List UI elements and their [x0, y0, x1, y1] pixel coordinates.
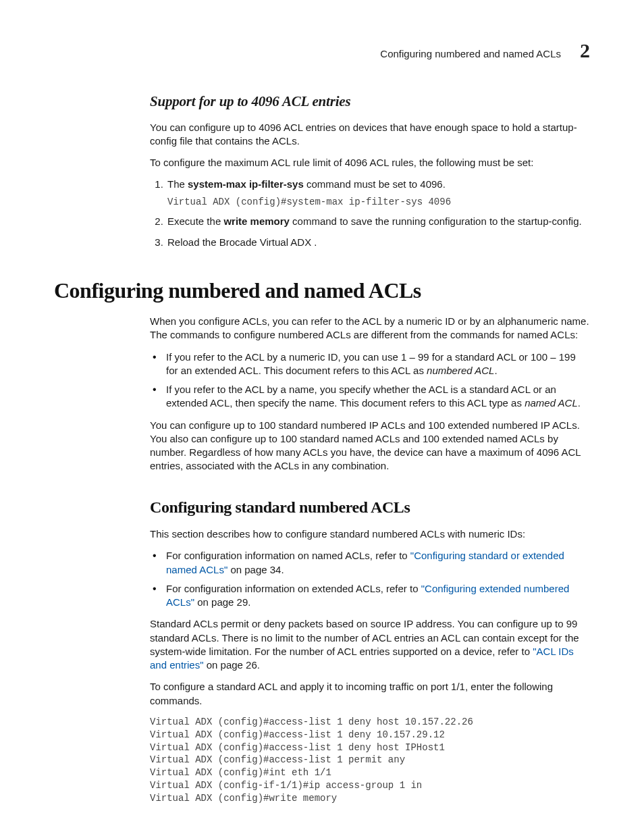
para: You can configure up to 4096 ACL entries…: [150, 121, 590, 149]
command-name: system-max ip-filter-sys: [188, 178, 304, 190]
command-name: write memory: [223, 215, 290, 227]
list-item: If you refer to the ACL by a name, you s…: [166, 383, 590, 411]
para: Standard ACLs permit or deny packets bas…: [150, 617, 590, 672]
para: When you configure ACLs, you can refer t…: [150, 315, 590, 342]
text: If you refer to the ACL by a name, you s…: [166, 384, 556, 409]
italic-term: numbered ACL: [427, 365, 494, 376]
text: If you refer to the ACL by a numeric ID,…: [166, 351, 576, 376]
italic-term: named ACL: [525, 397, 578, 409]
text: command to save the running configuratio…: [290, 215, 582, 227]
text: command must be set to 4096.: [304, 178, 446, 190]
text: The: [167, 178, 188, 190]
list-item: Execute the write memory command to save…: [166, 215, 590, 228]
text: on page 29.: [194, 596, 250, 608]
bullet-list: For configuration information on named A…: [150, 549, 590, 609]
chapter-number: 2: [580, 41, 590, 61]
para: This section describes how to configure …: [150, 527, 590, 541]
list-item: The system-max ip-filter-sys command mus…: [166, 178, 590, 208]
text: Standard ACLs permit or deny packets bas…: [150, 618, 579, 657]
text: For configuration information on extende…: [166, 583, 421, 594]
ordered-steps: The system-max ip-filter-sys command mus…: [150, 178, 590, 249]
para: To configure the maximum ACL rule limit …: [150, 156, 590, 170]
running-header-title: Configuring numbered and named ACLs: [380, 47, 561, 61]
section-support-4096: Support for up to 4096 ACL entries You c…: [150, 92, 590, 249]
page: Configuring numbered and named ACLs 2 Su…: [0, 0, 644, 834]
section-configuring-acls-body: When you configure ACLs, you can refer t…: [150, 315, 590, 805]
code-line: Virtual ADX (config)#system-max ip-filte…: [167, 196, 590, 209]
text: .: [494, 365, 497, 376]
bullet-list: If you refer to the ACL by a numeric ID,…: [150, 350, 590, 411]
para: To configure a standard ACL and apply it…: [150, 680, 590, 708]
text: on page 26.: [204, 659, 260, 671]
list-item: If you refer to the ACL by a numeric ID,…: [166, 350, 590, 378]
heading-support-4096: Support for up to 4096 ACL entries: [150, 92, 590, 111]
list-item: For configuration information on extende…: [166, 582, 590, 610]
heading-standard-numbered: Configuring standard numbered ACLs: [150, 496, 590, 518]
para: You can configure up to 100 standard num…: [150, 419, 590, 473]
heading-configuring-acls: Configuring numbered and named ACLs: [54, 276, 590, 305]
list-item: For configuration information on named A…: [166, 549, 590, 577]
text: For configuration information on named A…: [166, 550, 410, 561]
text: Execute the: [167, 215, 223, 227]
running-header: Configuring numbered and named ACLs 2: [54, 41, 590, 61]
text: .: [578, 397, 581, 409]
list-item: Reload the Brocade Virtual ADX .: [166, 236, 590, 249]
text: on page 34.: [227, 564, 284, 575]
code-block: Virtual ADX (config)#access-list 1 deny …: [150, 716, 590, 805]
